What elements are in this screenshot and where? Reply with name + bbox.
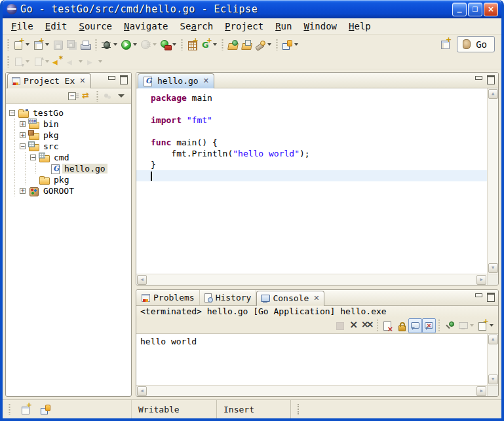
close-tab-icon[interactable]: ✕ <box>79 77 85 85</box>
scroll-up-icon[interactable]: ▲ <box>488 89 498 99</box>
console-vertical-scrollbar[interactable]: ▲ ▼ <box>487 334 498 385</box>
expand-toggle[interactable]: + <box>20 132 26 138</box>
open-perspective-button[interactable] <box>438 37 452 52</box>
tree-indent <box>20 163 30 174</box>
tab-hello-go[interactable]: hello.go ✕ <box>138 73 214 88</box>
status-drag-handle[interactable] <box>291 404 299 414</box>
expand-toggle[interactable]: + <box>20 188 26 194</box>
editor-vertical-scrollbar[interactable]: ▲ ▼ <box>487 88 498 274</box>
scroll-right-icon[interactable]: ▶ <box>476 275 486 285</box>
link-with-editor-button[interactable] <box>80 88 94 103</box>
search-button[interactable] <box>254 37 273 52</box>
back-icon <box>66 56 77 67</box>
run-button[interactable] <box>119 37 139 52</box>
tree-item-src[interactable]: −src <box>9 141 131 152</box>
tree-indent <box>9 141 20 152</box>
minimize-view-button[interactable] <box>474 75 483 83</box>
tree-item-pkg[interactable]: +pkg <box>9 130 131 141</box>
menu-help[interactable]: Help <box>343 20 377 33</box>
stdout-icon <box>410 320 421 331</box>
tree-item-testgo[interactable]: −testGo <box>9 107 131 119</box>
dropdown-arrow-icon <box>26 60 29 65</box>
code-editor[interactable]: package mainimport "fmt"func main() { fm… <box>136 88 487 274</box>
show-stderr-button[interactable] <box>422 318 436 333</box>
pin-console-button[interactable] <box>442 318 456 333</box>
menu-navigate[interactable]: Navigate <box>118 20 174 33</box>
tab-console[interactable]: Console✕ <box>256 291 324 306</box>
new-go-file-button[interactable] <box>199 37 219 52</box>
tab-project-explorer[interactable]: Project Ex ✕ <box>7 73 91 88</box>
save-icon <box>52 39 64 50</box>
titlebar[interactable]: Go - testGo/src/cmd/hello.go - Eclipse _… <box>3 0 501 18</box>
scroll-down-icon[interactable]: ▼ <box>488 375 498 384</box>
go-perspective-button[interactable]: Go <box>457 36 495 52</box>
menu-search[interactable]: Search <box>174 20 220 33</box>
menu-window[interactable]: Window <box>298 20 343 33</box>
console-panel: ProblemsHistoryConsole✕ <terminated> hel… <box>136 289 499 397</box>
scroll-lock-button[interactable] <box>395 318 408 333</box>
tab-label: Console <box>273 293 309 303</box>
tree-item-pkg[interactable]: pkg <box>9 174 131 185</box>
open-console-button[interactable] <box>476 318 495 333</box>
menu-run[interactable]: Run <box>269 20 298 33</box>
tab-problems[interactable]: Problems <box>138 290 200 305</box>
editor-horizontal-scrollbar[interactable]: ◀ ▶ <box>136 274 487 285</box>
tree-item-goroot[interactable]: +GOROOT <box>9 185 131 196</box>
maximize-view-button[interactable] <box>486 292 495 301</box>
open-go-element-button[interactable] <box>226 37 240 52</box>
close-tab-icon[interactable]: ✕ <box>313 294 319 302</box>
prevann-icon <box>33 56 44 67</box>
scroll-left-icon[interactable]: ◀ <box>137 275 147 285</box>
new-go-package-button[interactable] <box>185 37 199 52</box>
close-button[interactable]: × <box>484 3 498 16</box>
expand-toggle[interactable]: − <box>20 143 26 149</box>
new-window-button[interactable] <box>31 37 51 52</box>
console-output[interactable]: hello world <box>136 334 487 385</box>
scroll-down-icon[interactable]: ▼ <box>488 263 498 273</box>
clear-console-button[interactable] <box>381 318 395 333</box>
tree-item-hello-go[interactable]: hello.go <box>9 163 131 174</box>
minimize-button[interactable]: _ <box>452 3 467 16</box>
minimize-view-button[interactable] <box>474 292 483 301</box>
code-token: main <box>187 93 212 103</box>
tree-item-cmd[interactable]: −cmd <box>9 152 131 163</box>
new-wizard-button[interactable] <box>12 37 31 52</box>
remove-launch-button[interactable] <box>347 318 360 333</box>
expand-toggle[interactable]: − <box>9 110 15 116</box>
expand-toggle[interactable]: + <box>20 121 26 127</box>
tree-item-bin[interactable]: +bin <box>9 119 131 130</box>
debug-button[interactable] <box>100 37 119 52</box>
menu-file[interactable]: File <box>5 20 39 33</box>
scroll-left-icon[interactable]: ◀ <box>137 386 147 396</box>
view-shortcut-button[interactable] <box>39 402 52 417</box>
print-button[interactable] <box>79 37 92 52</box>
show-stdout-button[interactable] <box>408 318 422 333</box>
tab-history[interactable]: History <box>200 290 257 305</box>
fast-view-button[interactable] <box>19 402 33 417</box>
next-annotation-button <box>12 54 31 69</box>
menu-project[interactable]: Project <box>219 20 269 33</box>
status-insert: Insert <box>217 400 291 418</box>
menu-source[interactable]: Source <box>73 20 118 33</box>
gofile2-icon <box>49 164 61 174</box>
menu-edit[interactable]: Edit <box>39 20 73 33</box>
expand-toggle[interactable]: − <box>30 155 36 160</box>
show-view-button[interactable] <box>281 37 300 52</box>
maximize-button[interactable]: ❒ <box>468 3 482 16</box>
debug-icon <box>101 39 112 50</box>
minimize-view-button[interactable] <box>107 75 116 83</box>
external-tools-button[interactable] <box>159 37 178 52</box>
remove-all-launches-button[interactable] <box>360 318 374 333</box>
open-resource-button[interactable] <box>240 37 254 52</box>
console-horizontal-scrollbar[interactable]: ◀ ▶ <box>136 385 487 396</box>
collapse-all-button[interactable] <box>66 88 80 103</box>
last-edit-location-button[interactable] <box>51 54 65 69</box>
view-menu-button[interactable] <box>115 88 128 103</box>
scroll-right-icon[interactable]: ▶ <box>476 386 486 396</box>
code-line <box>136 170 487 181</box>
maximize-view-button[interactable] <box>119 75 128 83</box>
scroll-up-icon[interactable]: ▲ <box>488 335 498 344</box>
close-tab-icon[interactable]: ✕ <box>203 77 209 85</box>
pin-icon <box>444 320 455 331</box>
maximize-view-button[interactable] <box>486 75 495 83</box>
